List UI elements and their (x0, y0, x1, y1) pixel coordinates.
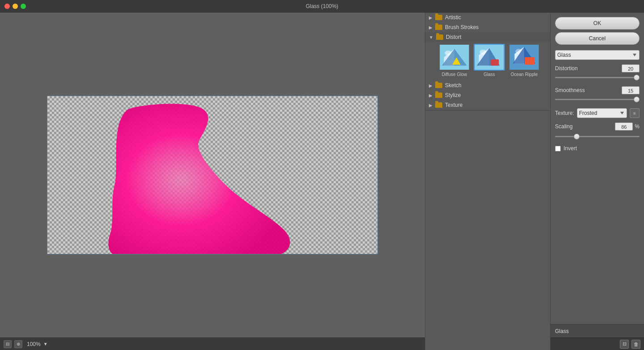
preview-label-box: Glass (551, 324, 644, 337)
zoom-value: 100% (27, 341, 41, 347)
ok-button[interactable]: OK (555, 17, 640, 30)
scaling-unit: % (635, 123, 640, 130)
folder-icon-stylize (435, 93, 442, 98)
scaling-label-row: Scaling 86 % (555, 122, 640, 131)
folder-icon-sketch (435, 83, 442, 88)
new-layer-button[interactable]: ⊟ (620, 340, 629, 349)
folder-icon-artistic (435, 15, 442, 20)
thumb-img-ocean-ripple (508, 44, 540, 71)
filter-select[interactable]: Glass Diffuse Glow Ocean Ripple (555, 50, 640, 60)
filter-list: ▶ Artistic ▶ Brush Strokes (425, 13, 550, 110)
category-artistic-label: Artistic (445, 14, 461, 21)
settings-panel: OK Cancel Glass Diffuse Glow Ocean Rippl… (550, 13, 644, 350)
filter-panel: ▶ Artistic ▶ Brush Strokes (425, 13, 550, 350)
category-sketch: ▶ Sketch (425, 80, 550, 90)
right-area: ▶ Artistic ▶ Brush Strokes (425, 13, 644, 350)
arrow-stylize: ▶ (429, 93, 432, 98)
thumb-img-glass (474, 44, 505, 71)
category-texture-label: Texture (445, 102, 462, 108)
texture-select[interactable]: Frosted Blocks Canvas Tiny Lens (577, 108, 627, 118)
filter-panel-spacer (425, 110, 550, 350)
folder-icon-texture (435, 102, 442, 108)
category-brush-strokes-label: Brush Strokes (445, 24, 479, 30)
thumb-label-ocean-ripple: Ocean Ripple (511, 72, 538, 77)
category-distort-label: Distort (446, 34, 462, 40)
distortion-value[interactable]: 20 (622, 64, 640, 72)
titlebar: Glass (100%) (0, 0, 644, 13)
scaling-label: Scaling (555, 123, 613, 130)
action-buttons: OK Cancel (555, 17, 640, 45)
category-distort: ▼ Distort (425, 32, 550, 80)
distortion-slider[interactable] (555, 74, 640, 80)
category-stylize-header[interactable]: ▶ Stylize (425, 90, 550, 100)
scaling-slider[interactable] (555, 133, 640, 139)
category-sketch-header[interactable]: ▶ Sketch (425, 80, 550, 90)
svg-rect-6 (491, 59, 499, 66)
arrow-artistic: ▶ (429, 15, 432, 20)
zoom-actual-button[interactable]: ⊕ (14, 340, 22, 348)
zoom-dropdown-arrow[interactable]: ▼ (43, 342, 48, 346)
category-distort-header[interactable]: ▼ Distort (425, 32, 550, 42)
close-button[interactable] (4, 4, 10, 9)
thumb-img-diffuse-glow (439, 44, 470, 71)
main-layout: ⊟ ⊕ 100% ▼ ▶ Artistic (0, 13, 644, 350)
arrow-texture: ▶ (429, 103, 432, 108)
category-texture-header[interactable]: ▶ Texture (425, 100, 550, 110)
preview-label-text: Glass (555, 328, 569, 334)
settings-spacer (551, 173, 644, 325)
invert-label: Invert (564, 145, 577, 152)
scaling-slider-container (555, 133, 640, 141)
category-stylize: ▶ Stylize (425, 90, 550, 100)
window-controls[interactable] (4, 4, 26, 9)
category-stylize-label: Stylize (445, 92, 461, 98)
category-brush-strokes: ▶ Brush Strokes (425, 22, 550, 32)
arrow-brush-strokes: ▶ (429, 25, 432, 30)
window-title: Glass (100%) (306, 3, 339, 9)
zoom-fit-button[interactable]: ⊟ (4, 340, 12, 348)
canvas-image (47, 96, 377, 254)
settings-bottom-bar: ⊟ 🗑 (551, 337, 644, 350)
smoothness-label-row: Smoothness 15 (555, 86, 640, 94)
canvas-container (0, 13, 425, 337)
svg-rect-11 (525, 57, 534, 65)
distort-thumbnails: Diffuse Glow (425, 42, 550, 80)
invert-checkbox[interactable] (555, 146, 561, 152)
category-brush-strokes-header[interactable]: ▶ Brush Strokes (425, 22, 550, 32)
distortion-label: Distortion (555, 65, 578, 72)
category-artistic-header[interactable]: ▶ Artistic (425, 13, 550, 22)
thumb-label-glass: Glass (483, 72, 495, 77)
folder-icon-brush-strokes (435, 25, 442, 30)
invert-row: Invert (555, 145, 640, 152)
smoothness-label: Smoothness (555, 87, 585, 93)
filter-dropdown-row: Glass Diffuse Glow Ocean Ripple (555, 50, 640, 60)
texture-label: Texture: (555, 110, 574, 116)
cancel-button[interactable]: Cancel (555, 32, 640, 45)
thumb-label-diffuse-glow: Diffuse Glow (442, 72, 467, 77)
maximize-button[interactable] (21, 4, 26, 9)
filter-thumb-diffuse-glow[interactable]: Diffuse Glow (439, 44, 470, 77)
delete-button[interactable]: 🗑 (631, 340, 640, 349)
folder-icon-distort (436, 34, 443, 40)
bottom-bar: ⊟ ⊕ 100% ▼ (0, 337, 425, 350)
filter-thumb-glass[interactable]: Glass (474, 44, 505, 77)
texture-menu-button[interactable]: ≡ (630, 108, 640, 118)
smoothness-slider[interactable] (555, 96, 640, 102)
distortion-row: Distortion 20 (555, 64, 640, 82)
scaling-value[interactable]: 86 (615, 122, 633, 131)
arrow-sketch: ▶ (429, 83, 432, 88)
canvas-area: ⊟ ⊕ 100% ▼ (0, 13, 425, 350)
category-texture: ▶ Texture (425, 100, 550, 110)
canvas-wrapper (47, 96, 378, 254)
filter-thumb-ocean-ripple[interactable]: Ocean Ripple (508, 44, 540, 77)
minimize-button[interactable] (13, 4, 18, 9)
settings-top: OK Cancel Glass Diffuse Glow Ocean Rippl… (551, 13, 644, 173)
texture-row: Texture: Frosted Blocks Canvas Tiny Lens… (555, 108, 640, 118)
arrow-distort: ▼ (429, 35, 433, 40)
smoothness-value[interactable]: 15 (622, 86, 640, 94)
category-artistic: ▶ Artistic (425, 13, 550, 22)
smoothness-row: Smoothness 15 (555, 86, 640, 104)
distortion-label-row: Distortion 20 (555, 64, 640, 72)
category-sketch-label: Sketch (445, 82, 462, 89)
